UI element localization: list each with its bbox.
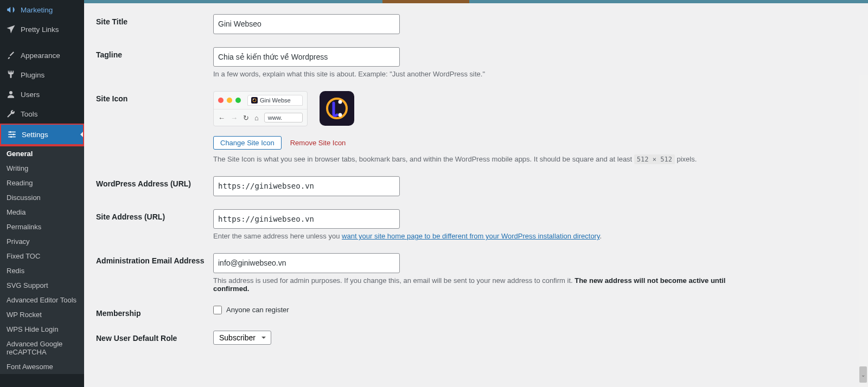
sidebar-item-label: Users: [21, 91, 40, 99]
sidebar-item-tools[interactable]: Tools: [0, 104, 84, 124]
sliders-icon: [7, 129, 17, 140]
star-icon: [5, 24, 16, 35]
home-icon: ⌂: [254, 114, 259, 122]
macos-zoom-icon: [235, 98, 241, 103]
reload-icon: ↻: [243, 114, 249, 122]
default-role-select[interactable]: Subscriber: [213, 331, 271, 345]
tagline-input[interactable]: [213, 47, 400, 67]
chevron-down-icon[interactable]: ⌄: [859, 366, 867, 383]
svg-point-12: [339, 113, 342, 117]
admin-email-label: Administration Email Address: [96, 253, 213, 265]
sidebar-item-label: Plugins: [21, 71, 44, 79]
membership-label: Membership: [96, 306, 213, 318]
user-icon: [5, 89, 16, 100]
wp-address-label: WordPress Address (URL): [96, 176, 213, 188]
site-address-input[interactable]: [213, 209, 400, 229]
site-icon-description: The Site Icon is what you see in browser…: [213, 155, 729, 163]
site-icon-preview: [320, 91, 354, 126]
sidebar-sub-recaptcha[interactable]: Advanced Google reCAPTCHA: [0, 337, 84, 359]
site-title-label: Site Title: [96, 14, 213, 26]
svg-rect-1: [8, 132, 16, 133]
back-arrow-icon: ←: [218, 114, 225, 122]
forward-arrow-icon: →: [231, 114, 238, 122]
site-icon-browser-preview: Gini Webse ← → ↻ ⌂ www.: [213, 91, 308, 126]
sidebar-sub-advanced-editor[interactable]: Advanced Editor Tools: [0, 293, 84, 307]
sidebar-sub-writing[interactable]: Writing: [0, 161, 84, 176]
macos-close-icon: [218, 98, 224, 103]
browser-urlbar: www.: [264, 113, 303, 122]
scrollbar[interactable]: ⌄: [859, 75, 868, 387]
svg-point-0: [9, 91, 12, 94]
sidebar-item-label: Marketing: [21, 6, 53, 14]
sidebar-item-settings[interactable]: Settings: [0, 124, 84, 145]
site-title-input[interactable]: [213, 14, 400, 34]
sidebar-item-marketing[interactable]: Marketing: [0, 0, 84, 20]
browser-tab-text: Gini Webse: [260, 97, 291, 104]
megaphone-icon: [5, 4, 16, 15]
wp-address-input[interactable]: [213, 176, 400, 196]
site-address-help-link[interactable]: want your site home page to be different…: [342, 232, 599, 240]
svg-rect-2: [8, 134, 16, 135]
sidebar-item-users[interactable]: Users: [0, 85, 84, 104]
sidebar-sub-wpshide[interactable]: WPS Hide Login: [0, 322, 84, 337]
sidebar-sub-redis[interactable]: Redis: [0, 263, 84, 278]
admin-email-description: This address is used for admin purposes.…: [213, 276, 729, 293]
sidebar-item-plugins[interactable]: Plugins: [0, 65, 84, 85]
sidebar-sub-discussion[interactable]: Discussion: [0, 190, 84, 205]
site-address-description: Enter the same address here unless you w…: [213, 232, 729, 240]
remove-site-icon-button[interactable]: Remove Site Icon: [290, 139, 346, 147]
svg-point-5: [13, 134, 15, 136]
sidebar-item-appearance[interactable]: Appearance: [0, 46, 84, 65]
sidebar-sub-privacy[interactable]: Privacy: [0, 234, 84, 249]
svg-point-9: [253, 99, 254, 100]
svg-point-6: [10, 136, 12, 138]
sidebar-submenu: General Writing Reading Discussion Media…: [0, 145, 84, 374]
sidebar-sub-wprocket[interactable]: WP Rocket: [0, 307, 84, 322]
sidebar-sub-media[interactable]: Media: [0, 205, 84, 220]
default-role-label: New User Default Role: [96, 331, 213, 343]
admin-email-input[interactable]: [213, 253, 400, 273]
svg-rect-7: [251, 97, 258, 104]
sidebar-sub-general[interactable]: General: [0, 145, 84, 161]
macos-minimize-icon: [227, 98, 232, 103]
wrench-icon: [5, 108, 16, 119]
admin-sidebar: Marketing Pretty Links Appearance Plugin…: [0, 0, 84, 387]
sidebar-sub-fixedtoc[interactable]: Fixed TOC: [0, 249, 84, 263]
sidebar-sub-reading[interactable]: Reading: [0, 176, 84, 190]
sidebar-sub-fontawesome[interactable]: Font Awesome: [0, 359, 84, 374]
svg-point-4: [10, 131, 11, 133]
site-address-label: Site Address (URL): [96, 209, 213, 221]
change-site-icon-button[interactable]: Change Site Icon: [213, 136, 282, 150]
sidebar-sub-svg[interactable]: SVG Support: [0, 278, 84, 293]
site-icon-label: Site Icon: [96, 91, 213, 103]
tagline-description: In a few words, explain what this site i…: [213, 70, 729, 78]
sidebar-item-label: Pretty Links: [21, 25, 59, 34]
sidebar-item-label: Appearance: [21, 51, 60, 60]
membership-checkbox[interactable]: [213, 306, 222, 314]
brush-icon: [5, 50, 16, 61]
sidebar-item-label: Settings: [22, 131, 48, 139]
plug-icon: [5, 69, 16, 80]
tagline-label: Tagline: [96, 47, 213, 59]
sidebar-item-label: Tools: [21, 110, 38, 118]
content-area: Site Title Tagline In a few words, expla…: [84, 0, 868, 387]
sidebar-item-prettylinks[interactable]: Pretty Links: [0, 20, 84, 39]
sidebar-sub-permalinks[interactable]: Permalinks: [0, 220, 84, 234]
svg-point-11: [339, 100, 342, 104]
membership-check-label: Anyone can register: [226, 306, 289, 314]
favicon-small-icon: [251, 97, 258, 104]
